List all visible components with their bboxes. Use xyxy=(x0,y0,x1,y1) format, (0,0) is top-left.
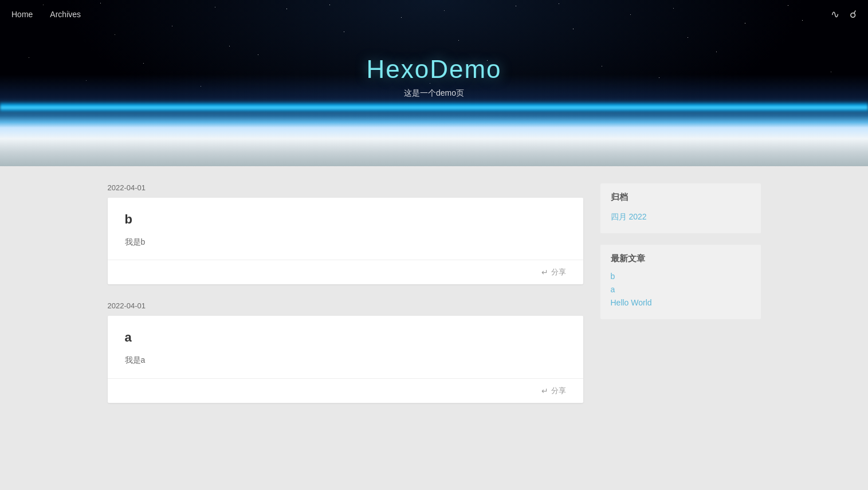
nav-archives[interactable]: Archives xyxy=(50,9,81,19)
post-footer-1: ↵ 分享 xyxy=(108,260,583,284)
main-nav: Home Archives ∿ ☌ xyxy=(0,0,868,29)
recent-posts-widget: 最新文章 b a Hello World xyxy=(600,245,761,319)
list-item[interactable]: Hello World xyxy=(611,297,751,308)
recent-post-link-hello-world[interactable]: Hello World xyxy=(611,298,652,307)
rss-button[interactable]: ∿ xyxy=(831,8,839,21)
search-icon: ☌ xyxy=(850,9,857,20)
post-excerpt-2: 我是a xyxy=(125,354,566,366)
site-subtitle: 这是一个demo页 xyxy=(366,88,501,99)
post-title-1[interactable]: b xyxy=(125,212,566,227)
share-label-1: 分享 xyxy=(551,267,566,277)
sidebar: 归档 四月 2022 最新文章 b a Hello World xyxy=(600,183,761,420)
archives-widget: 归档 四月 2022 xyxy=(600,183,761,233)
share-icon-2: ↵ xyxy=(541,386,548,395)
archive-april-2022-link[interactable]: 四月 2022 xyxy=(611,210,751,225)
post-title-2[interactable]: a xyxy=(125,330,566,345)
main-layout: 2022-04-01 b 我是b ↵ 分享 2022-04-01 a 我是a xyxy=(96,166,772,437)
share-icon-1: ↵ xyxy=(541,268,548,277)
recent-post-link-a[interactable]: a xyxy=(611,285,615,294)
share-button-2[interactable]: ↵ 分享 xyxy=(541,386,566,396)
site-title-container: HexoDemo 这是一个demo页 xyxy=(366,55,501,99)
post-date-2: 2022-04-01 xyxy=(108,301,583,310)
earth-glow xyxy=(0,101,868,112)
site-title: HexoDemo xyxy=(366,55,501,84)
site-header: Home Archives ∿ ☌ HexoDemo 这是一个demo页 xyxy=(0,0,868,166)
recent-posts-list: b a Hello World xyxy=(611,271,751,308)
recent-post-link-b[interactable]: b xyxy=(611,272,615,281)
list-item[interactable]: b xyxy=(611,271,751,281)
post-content-1: b 我是b xyxy=(108,198,583,260)
search-button[interactable]: ☌ xyxy=(850,8,857,21)
nav-links: Home Archives xyxy=(11,9,81,19)
archives-link[interactable]: Archives xyxy=(50,10,81,19)
post-footer-2: ↵ 分享 xyxy=(108,378,583,403)
archives-widget-title: 归档 xyxy=(611,192,751,203)
post-card-1: b 我是b ↵ 分享 xyxy=(108,198,583,284)
date-group-2: 2022-04-01 xyxy=(108,301,583,310)
post-excerpt-1: 我是b xyxy=(125,236,566,248)
home-link[interactable]: Home xyxy=(11,10,33,19)
rss-icon: ∿ xyxy=(831,9,839,20)
share-button-1[interactable]: ↵ 分享 xyxy=(541,267,566,277)
share-label-2: 分享 xyxy=(551,386,566,396)
post-content-2: a 我是a xyxy=(108,316,583,378)
list-item[interactable]: a xyxy=(611,284,751,295)
nav-icons: ∿ ☌ xyxy=(831,8,857,21)
recent-posts-title: 最新文章 xyxy=(611,253,751,264)
post-card-2: a 我是a ↵ 分享 xyxy=(108,316,583,402)
posts-area: 2022-04-01 b 我是b ↵ 分享 2022-04-01 a 我是a xyxy=(108,183,583,420)
post-date-1: 2022-04-01 xyxy=(108,183,583,192)
date-group-1: 2022-04-01 xyxy=(108,183,583,192)
nav-home[interactable]: Home xyxy=(11,9,33,19)
